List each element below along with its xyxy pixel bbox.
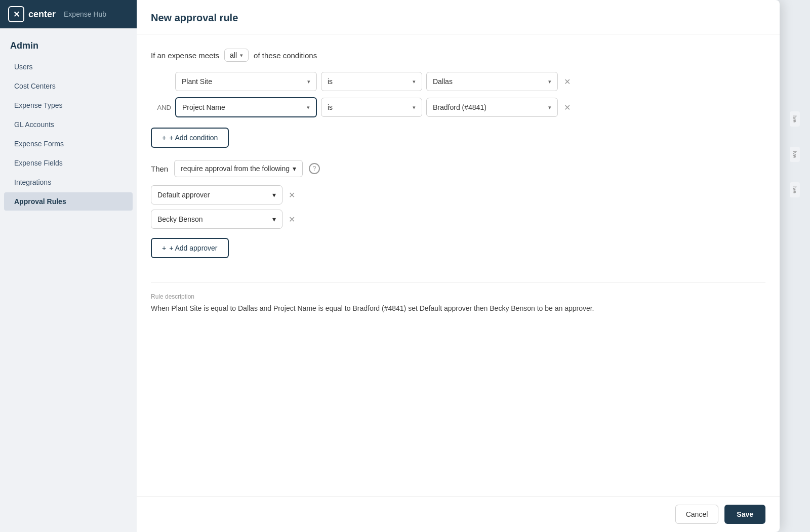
main-content: New approval rule If an expense meets al… [137,0,810,532]
condition-prefix-label-2: AND [151,104,171,111]
logo-icon: ✕ [8,6,24,22]
condition-row-1: Plant Site ▾ is ▾ Dallas ▾ ✕ [151,72,765,91]
condition-operator-2-value: is [328,103,333,111]
logo-text: center [28,9,56,20]
cancel-button[interactable]: Cancel [675,505,719,524]
then-action-value: require approval from the following [181,165,290,173]
condition-value-2[interactable]: Bradford (#4841) ▾ [426,98,558,117]
approver-row-1: Default approver ▾ ✕ [151,185,765,204]
approver-1-name: Default approver [157,191,210,199]
condition-field-1-value: Plant Site [182,77,212,86]
approver-remove-1[interactable]: ✕ [287,188,297,202]
add-condition-label: + Add condition [169,134,218,142]
condition-operator-1-chevron: ▾ [413,78,416,85]
condition-field-1[interactable]: Plant Site ▾ [175,72,317,91]
then-action-select[interactable]: require approval from the following ▾ [174,160,303,177]
condition-match-chevron: ▾ [240,52,243,59]
sidebar-section-title: Admin [0,28,137,57]
then-row: Then require approval from the following… [151,160,765,177]
condition-remove-1[interactable]: ✕ [562,75,573,89]
approver-2-name: Becky Benson [157,215,203,223]
edge-label-1: ive [790,111,800,127]
condition-field-2-chevron: ▾ [307,104,310,111]
condition-match-value: all [230,51,237,59]
modal: New approval rule If an expense meets al… [137,0,780,532]
sidebar-item-gl-accounts[interactable]: GL Accounts [4,115,133,134]
condition-value-1-chevron: ▾ [548,78,551,85]
condition-remove-2[interactable]: ✕ [562,101,573,114]
condition-value-2-chevron: ▾ [548,104,551,111]
condition-operator-2[interactable]: is ▾ [321,98,422,117]
sidebar-item-expense-fields[interactable]: Expense Fields [4,154,133,172]
condition-header: If an expense meets all ▾ of these condi… [151,49,765,62]
sidebar: ✕ center Expense Hub Admin Users Cost Ce… [0,0,137,532]
rule-desc-text: When Plant Site is equal to Dallas and P… [151,303,765,314]
save-button[interactable]: Save [724,505,765,524]
add-condition-icon: + [162,134,166,142]
sidebar-item-approval-rules[interactable]: Approval Rules [4,192,133,211]
sidebar-item-users[interactable]: Users [4,58,133,76]
condition-field-2[interactable]: Project Name ▾ [175,97,317,117]
add-condition-button[interactable]: + + Add condition [151,128,229,148]
approver-select-2[interactable]: Becky Benson ▾ [151,210,282,229]
sidebar-item-expense-types[interactable]: Expense Types [4,96,133,114]
sidebar-nav: Users Cost Centers Expense Types GL Acco… [0,57,137,211]
condition-value-2-text: Bradford (#4841) [433,103,487,111]
sidebar-item-integrations[interactable]: Integrations [4,173,133,191]
approver-row-2: Becky Benson ▾ ✕ [151,210,765,229]
app-header: ✕ center Expense Hub [0,0,137,28]
then-section: Then require approval from the following… [151,160,765,270]
condition-value-1[interactable]: Dallas ▾ [426,72,558,91]
condition-operator-1[interactable]: is ▾ [321,72,422,91]
breadcrumb: Expense Hub [64,10,106,18]
help-icon-text: ? [313,165,316,172]
approver-remove-2[interactable]: ✕ [287,213,297,226]
condition-match-select[interactable]: all ▾ [224,49,249,62]
rule-desc-label: Rule description [151,293,765,300]
add-approver-button[interactable]: + + Add approver [151,238,229,258]
then-label: Then [151,165,168,173]
condition-value-1-text: Dallas [433,77,453,86]
modal-body: If an expense meets all ▾ of these condi… [137,34,780,496]
sidebar-item-cost-centers[interactable]: Cost Centers [4,77,133,95]
modal-footer: Cancel Save [137,496,780,532]
condition-field-1-chevron: ▾ [307,78,310,85]
rule-description: Rule description When Plant Site is equa… [151,282,765,314]
right-edge: ive ive ive [780,101,810,197]
condition-prefix: If an expense meets [151,51,219,60]
sidebar-item-expense-forms[interactable]: Expense Forms [4,135,133,153]
add-approver-label: + Add approver [169,244,217,252]
approver-1-chevron: ▾ [272,191,276,199]
help-icon[interactable]: ? [309,163,320,174]
then-action-chevron: ▾ [293,165,296,173]
approver-2-chevron: ▾ [272,215,276,223]
edge-label-3: ive [790,182,800,197]
condition-operator-1-value: is [328,77,333,86]
condition-operator-2-chevron: ▾ [413,104,416,111]
approver-select-1[interactable]: Default approver ▾ [151,185,282,204]
edge-label-2: ive [790,147,800,162]
add-approver-icon: + [162,244,166,252]
condition-suffix: of these conditions [254,51,317,60]
modal-header: New approval rule [137,0,780,34]
condition-row-2: AND Project Name ▾ is ▾ Bradford (#4841)… [151,97,765,117]
condition-field-2-value: Project Name [182,103,225,111]
modal-title: New approval rule [151,12,765,24]
